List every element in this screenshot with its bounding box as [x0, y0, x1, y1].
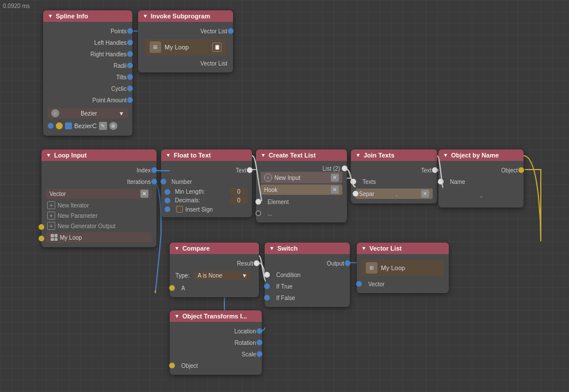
label-type: Type: — [175, 272, 189, 279]
obj-name-header: ▼ Object by Name — [438, 149, 524, 161]
vector-list-loop-name: My Loop — [381, 264, 405, 271]
hook-close-icon[interactable]: ✕ — [331, 186, 339, 194]
compare-header: ▼ Compare — [170, 243, 259, 254]
socket-output-out — [345, 260, 350, 266]
label-output: Output — [327, 260, 344, 267]
socket-condition-in — [264, 272, 270, 278]
label-tilts: Tilts — [116, 74, 127, 80]
socket-obj-in — [169, 363, 175, 368]
label-radii: Radii — [113, 63, 127, 69]
edit-icon[interactable]: ✎ — [99, 122, 107, 130]
row-index: Index — [44, 164, 154, 176]
label-object-out: Object — [501, 167, 518, 174]
obj-transforms-title: Object Transforms I... — [182, 313, 247, 320]
invoke-page-icon[interactable]: 📋 — [212, 43, 222, 52]
row-insert-sign: Insert Sign — [163, 205, 250, 214]
switch-title: Switch — [277, 245, 297, 252]
bezierc-row: BezierC ✎ ⊕ — [48, 121, 128, 131]
socket-min-length-in — [165, 189, 170, 195]
expand-arrow: ⌄ — [441, 187, 521, 204]
my-loop-btn[interactable]: My Loop — [46, 232, 152, 243]
label-left-handles: Left Handles — [94, 40, 127, 46]
decimals-value[interactable]: 0 — [230, 197, 247, 204]
node-create-text-list: ▼ Create Text List List (2) + New Input … — [256, 149, 347, 222]
bezier-icon: ○ — [51, 109, 59, 117]
add-generator-row[interactable]: + New Generator Output — [44, 221, 154, 231]
label-decimals: Decimals: — [175, 197, 230, 203]
vector-field[interactable]: Vector ✕ — [46, 189, 152, 199]
socket-right-handles-out — [127, 51, 133, 57]
vector-list-title: Vector List — [369, 245, 402, 252]
type-value: A is None — [197, 272, 222, 279]
my-loop-label: My Loop — [60, 235, 82, 241]
row-text-out: Text — [163, 164, 250, 176]
row-min-length: Min Length: 0 — [163, 187, 250, 196]
switch-header: ▼ Switch — [265, 243, 350, 254]
row-vector-in: Vector — [359, 278, 446, 290]
node-spline-info: ▼ Spline Info Points Left Handles Right … — [43, 10, 132, 136]
obj-transforms-body: Location Rotation Scale Object — [170, 322, 262, 375]
min-length-value[interactable]: 0 — [230, 188, 247, 195]
switch-body: Output Condition If True If False — [265, 254, 350, 307]
add-parameter-icon: + — [47, 212, 55, 220]
label-iterations: Iterations — [127, 179, 151, 185]
row-object-out: Object — [441, 164, 521, 176]
spline-info-header: ▼ Spline Info — [43, 10, 132, 22]
node-compare: ▼ Compare Result Type: A is None ▼ A — [170, 243, 259, 297]
vector-list-body: ⊞ My Loop Vector — [357, 254, 449, 293]
type-select[interactable]: A is None ▼ — [194, 271, 251, 280]
vector-remove-btn[interactable]: ✕ — [140, 190, 148, 198]
row-rotation-out: Rotation — [172, 337, 259, 348]
separ-close-icon[interactable]: ✕ — [421, 190, 429, 198]
add-iterator-row[interactable]: + New Iterator — [44, 200, 154, 210]
row-a-in: A — [172, 282, 257, 294]
socket-cyclic-out — [127, 86, 133, 91]
create-text-body: List (2) + New Input ✕ Hook ✕ Element ..… — [256, 161, 347, 222]
socket-left-handles-out — [127, 40, 133, 45]
compare-body: Result Type: A is None ▼ A — [170, 254, 259, 297]
socket-name-in — [438, 179, 444, 185]
insert-sign-checkbox[interactable] — [176, 206, 183, 213]
new-input-plus-icon: + — [264, 174, 272, 182]
socket-vector-list-top-out — [228, 28, 234, 34]
label-if-true: If True — [276, 283, 292, 290]
vector-list-icon: ⊞ — [366, 262, 377, 274]
row-name-in: Name — [441, 176, 521, 187]
socket-text-out — [247, 167, 253, 173]
add-parameter-label: New Parameter — [58, 213, 97, 219]
socket-index-out — [151, 167, 157, 173]
hook-label: Hook — [264, 187, 277, 193]
socket-texts-in — [350, 179, 356, 185]
label-text-out-join: Text — [421, 167, 431, 174]
invoke-loop-icon: ⊞ — [150, 41, 161, 53]
bezier-label: Bezier — [81, 110, 97, 117]
add-parameter-row[interactable]: + New Parameter — [44, 210, 154, 221]
socket-decimals-in — [165, 198, 170, 203]
row-cyclic: Cyclic — [45, 83, 130, 94]
label-separ: Separ — [359, 191, 375, 197]
label-point-amount: Point Amount — [93, 97, 127, 103]
row-if-true-in: If True — [267, 280, 347, 292]
label-points: Points — [110, 28, 127, 34]
socket-vector-in — [356, 281, 362, 287]
type-arrow: ▼ — [242, 272, 247, 279]
spline-info-body: Points Left Handles Right Handles Radii … — [43, 22, 132, 136]
loop-input-body: Index Iterations Vector ✕ + New Iterator… — [41, 161, 156, 247]
label-vector-list-top: Vector List — [200, 28, 227, 34]
socket-a-in — [169, 285, 175, 291]
invoke-inner: ⊞ My Loop 📋 — [145, 39, 226, 55]
row-vector-list-top: Vector List — [140, 25, 231, 37]
join-texts-header: ▼ Join Texts — [351, 149, 437, 161]
new-input-close-icon[interactable]: ✕ — [331, 174, 339, 182]
row-separator: Separ . ✕ — [356, 189, 433, 199]
invoke-title: Invoke Subprogram — [151, 13, 210, 20]
label-a: A — [181, 285, 185, 291]
new-input-row[interactable]: + New Input ✕ — [261, 172, 342, 183]
row-tilts: Tilts — [45, 71, 130, 83]
row-condition-in: Condition — [267, 269, 347, 280]
socket-scale-out — [257, 351, 262, 357]
socket-result-out — [254, 260, 259, 266]
create-text-header: ▼ Create Text List — [256, 149, 347, 161]
bezier-dropdown[interactable]: ○ Bezier ▼ — [48, 108, 128, 118]
label-name: Name — [450, 179, 465, 185]
